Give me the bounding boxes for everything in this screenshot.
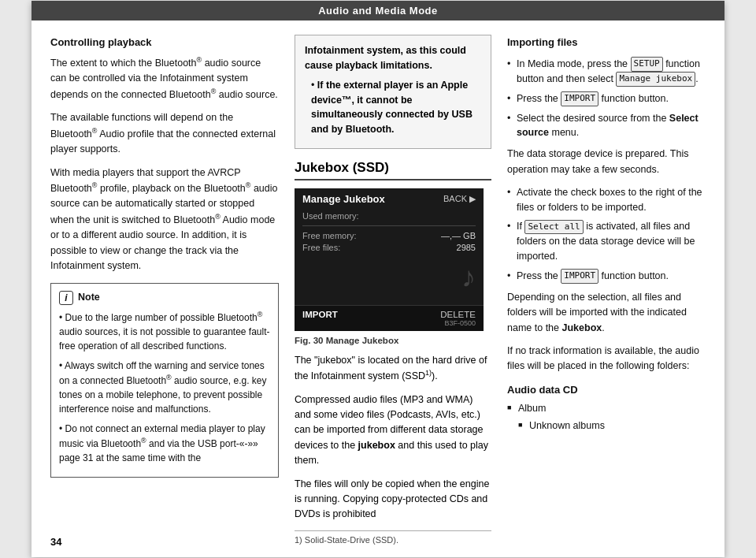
free-files-label: Free files:: [302, 243, 340, 252]
right-p1: The data storage device is prepared. Thi…: [507, 147, 706, 177]
header-title: Audio and Media Mode: [318, 5, 438, 17]
note-bullet-3: Do not connect an external media player …: [59, 422, 270, 465]
middle-p2: Compressed audio files (MP3 and WMA) and…: [295, 392, 491, 469]
note-bullet-1: Due to the large number of possible Blue…: [59, 310, 270, 353]
free-memory-label: Free memory:: [302, 231, 356, 240]
screen-title: Manage Jukebox: [302, 193, 385, 205]
delete-code: B3F-0500: [440, 319, 476, 327]
music-icon: ♪: [302, 255, 476, 297]
free-files-value: 2985: [457, 243, 476, 252]
fig-label: Fig. 30: [295, 336, 323, 345]
middle-column: Infotainment system, as this could cause…: [295, 35, 491, 544]
note-bullet-2: Always switch off the warning and servic…: [59, 359, 270, 416]
left-p3: With media players that support the AVRC…: [50, 166, 279, 274]
note-header: i Note: [59, 290, 270, 305]
left-p1: The extent to which the Bluetooth® audio…: [50, 55, 279, 102]
left-p2: The available functions will depend on t…: [50, 110, 279, 157]
device-screen: Manage Jukebox BACK ▶ Used memory: Free …: [295, 188, 484, 331]
screen-title-bar: Manage Jukebox BACK ▶: [295, 188, 484, 208]
import-bullet-4: Activate the check boxes to the right of…: [507, 185, 706, 215]
back-arrow-icon: ▶: [469, 194, 476, 204]
free-memory-row: Free memory: —,— GB: [302, 231, 476, 240]
warning-title: Infotainment system, as this could cause…: [305, 43, 481, 73]
free-files-row: Free files: 2985: [302, 243, 476, 252]
right-column: Importing files In Media mode, press the…: [507, 35, 706, 544]
left-column: Controlling playback The extent to which…: [50, 35, 279, 544]
fig-caption: Fig. 30 Manage Jukebox: [295, 336, 491, 345]
import-bullet-2: Press the IMPORT function button.: [507, 91, 706, 106]
screen-divider: [302, 225, 476, 226]
album-bullet: Album: [507, 401, 706, 416]
note-label: Note: [78, 290, 100, 305]
import-bullet-1: In Media mode, press the SETUP function …: [507, 57, 706, 87]
delete-section: DELETE B3F-0500: [440, 310, 476, 327]
back-label: BACK: [443, 194, 467, 203]
content-area: Controlling playback The extent to which…: [32, 20, 724, 556]
header-bar: Audio and Media Mode: [32, 1, 724, 20]
back-button[interactable]: BACK ▶: [443, 194, 476, 204]
middle-p3: The files will only be copied when the e…: [295, 477, 491, 523]
used-memory-row: Used memory:: [302, 211, 476, 221]
select-all-tag: Select all: [524, 220, 583, 235]
used-memory-label: Used memory:: [302, 211, 359, 221]
note-box: i Note Due to the large number of possib…: [50, 283, 279, 478]
right-p2: Depending on the selection, all files an…: [507, 290, 706, 336]
footnote-text: 1) Solid-State-Drive (SSD).: [295, 535, 398, 545]
right-p3: If no track information is available, th…: [507, 344, 706, 374]
importing-title: Importing files: [507, 35, 706, 50]
note-icon: i: [59, 291, 73, 305]
middle-p1: The "jukebox" is located on the hard dri…: [295, 353, 491, 385]
page: Audio and Media Mode Controlling playbac…: [32, 1, 724, 556]
jukebox-title: Jukebox (SSD): [295, 160, 491, 180]
import-bullet-5: If Select all is activated, all files an…: [507, 219, 706, 263]
manage-jukebox-tag: Manage jukebox: [616, 72, 695, 87]
screen-body: Used memory: Free memory: —,— GB Free fi…: [295, 208, 484, 305]
fig-caption-text: Manage Jukebox: [326, 336, 399, 345]
import-bullet-6: Press the IMPORT function button.: [507, 269, 706, 284]
import-button[interactable]: IMPORT: [302, 310, 338, 327]
warning-bullet-1: If the external player is an Apple devic…: [311, 78, 481, 137]
screen-bottom-bar: IMPORT DELETE B3F-0500: [295, 305, 484, 331]
audio-data-title: Audio data CD: [507, 382, 706, 398]
unknown-albums-bullet: Unknown albums: [507, 418, 706, 433]
footnote: 1) Solid-State-Drive (SSD).: [295, 530, 491, 545]
import-tag: IMPORT: [561, 91, 598, 106]
free-memory-value: —,— GB: [441, 231, 476, 240]
warning-box: Infotainment system, as this could cause…: [295, 35, 491, 149]
page-number: 34: [50, 536, 61, 548]
setup-tag: SETUP: [631, 57, 663, 72]
import-tag-2: IMPORT: [561, 269, 598, 284]
controlling-title: Controlling playback: [50, 35, 279, 50]
import-bullet-3: Select the desired source from the Selec…: [507, 111, 706, 141]
delete-label[interactable]: DELETE: [440, 310, 476, 319]
